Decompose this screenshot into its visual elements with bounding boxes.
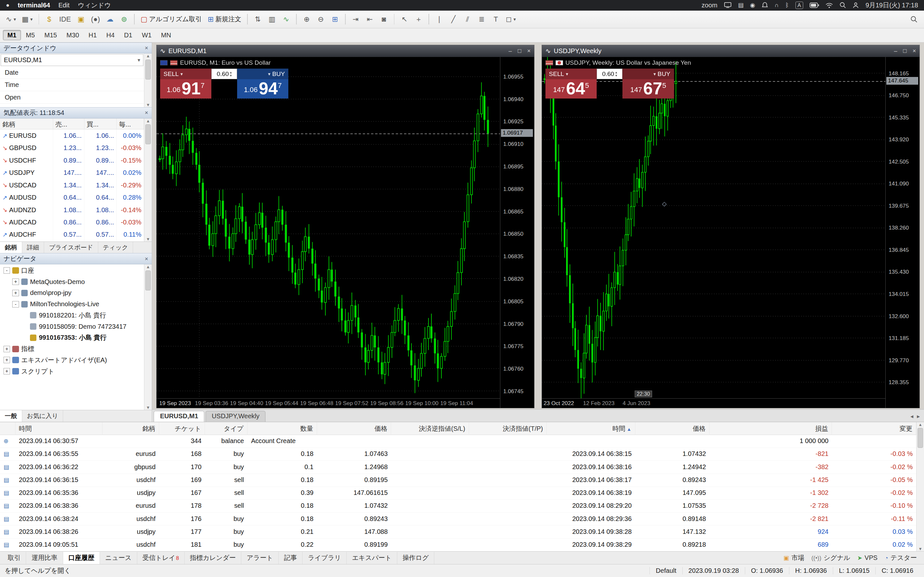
- search-icon[interactable]: [840, 2, 846, 8]
- navigator-item[interactable]: +MetaQuotes-Demo: [0, 276, 144, 287]
- timeframe-h4[interactable]: H4: [102, 30, 119, 40]
- collapse-icon[interactable]: -: [3, 267, 10, 274]
- expand-icon[interactable]: +: [3, 346, 10, 352]
- chart-tab[interactable]: EURUSD,M1: [153, 411, 204, 421]
- text-label-icon[interactable]: T: [489, 13, 502, 26]
- scroll-down-icon[interactable]: ▼: [146, 405, 150, 410]
- data-window-symbol-combo[interactable]: EURUSD,M1 ▾: [1, 54, 143, 66]
- fibonacci-icon[interactable]: ≣: [475, 13, 488, 26]
- market-watch-symbol[interactable]: ↗USDJPY: [0, 167, 53, 179]
- history-column-header[interactable]: 損益: [709, 422, 832, 435]
- timeframe-m30[interactable]: M30: [62, 30, 84, 40]
- market-watch-tab-プライスボード[interactable]: プライスボード: [44, 242, 98, 253]
- maximize-icon[interactable]: □: [903, 47, 906, 55]
- ask-value[interactable]: 0.57...: [84, 229, 117, 241]
- menu-window[interactable]: ウィンドウ: [78, 1, 111, 10]
- app-menu-title[interactable]: terminal64: [18, 2, 50, 9]
- zoom-out-icon[interactable]: ⊖: [315, 13, 327, 26]
- ask-value[interactable]: 0.89...: [84, 154, 117, 166]
- toolbox-tab[interactable]: 運用比率: [26, 552, 63, 564]
- navigator-item[interactable]: -口座: [0, 265, 144, 276]
- navigator-scrollbar[interactable]: ▲ ▼: [144, 264, 152, 410]
- market-watch-tab-詳細[interactable]: 詳細: [22, 242, 44, 253]
- navigator-item[interactable]: +スクリプト: [0, 366, 144, 377]
- chart-shift-icon[interactable]: ⇤: [363, 13, 376, 26]
- menu-edit[interactable]: Edit: [58, 2, 69, 9]
- zoom-app-label[interactable]: zoom: [701, 2, 717, 9]
- market-watch-column-header[interactable]: 売...: [53, 118, 84, 130]
- scroll-thumb[interactable]: [145, 124, 150, 144]
- ask-value[interactable]: 0.86...: [84, 216, 117, 228]
- trendline-icon[interactable]: ╱: [447, 13, 460, 26]
- toolbox-tab[interactable]: 受信トレイ8: [137, 552, 184, 564]
- history-column-header[interactable]: [0, 422, 16, 435]
- market-watch-symbol[interactable]: ↘USDCAD: [0, 179, 53, 191]
- market-watch-scrollbar[interactable]: ▲ ▼: [144, 118, 152, 242]
- auto-scroll-icon[interactable]: ⇥: [349, 13, 362, 26]
- timeframe-h1[interactable]: H1: [84, 30, 101, 40]
- wifi-icon[interactable]: [825, 2, 833, 8]
- market-watch-symbol[interactable]: ↗AUDCHF: [0, 229, 53, 241]
- channel-icon[interactable]: ⫽: [461, 13, 474, 26]
- toolbox-tab[interactable]: 口座履歴: [63, 552, 100, 564]
- market-watch-tab-銘柄[interactable]: 銘柄: [0, 242, 22, 253]
- market-watch-symbol[interactable]: ↘GBPUSD: [0, 142, 53, 154]
- bid-value[interactable]: 1.23...: [53, 142, 84, 154]
- navigator-item[interactable]: -MiltonTechnologies-Live: [0, 298, 144, 310]
- ide-button[interactable]: IDE: [57, 13, 73, 26]
- minimize-icon[interactable]: –: [894, 47, 897, 55]
- volume-stepper[interactable]: 0.60 ▴▾: [597, 69, 622, 79]
- new-chart-icon[interactable]: ∿▾: [3, 13, 18, 26]
- timeframe-m5[interactable]: M5: [22, 30, 40, 40]
- screenshot-icon[interactable]: ◙: [377, 13, 390, 26]
- record-icon[interactable]: ◉: [750, 2, 755, 9]
- expand-icon[interactable]: +: [12, 290, 19, 296]
- metaeditor-icon[interactable]: ▣: [74, 13, 87, 26]
- history-column-header[interactable]: 時間 ▲: [547, 422, 635, 435]
- tabs-scroll-left-icon[interactable]: ◂: [911, 413, 913, 420]
- scroll-up-icon[interactable]: ▲: [146, 118, 150, 123]
- bid-value[interactable]: 0.86...: [53, 216, 84, 228]
- history-column-header[interactable]: タイプ: [205, 422, 247, 435]
- ask-value[interactable]: 1.08...: [84, 204, 117, 216]
- close-icon[interactable]: ×: [145, 109, 148, 116]
- close-icon[interactable]: ×: [145, 44, 148, 52]
- close-icon[interactable]: ×: [913, 47, 916, 55]
- toolbox-tab[interactable]: 取引: [2, 552, 26, 564]
- toolbox-tab[interactable]: 指標カレンダー: [184, 552, 242, 564]
- price-scale[interactable]: 148.165146.750145.335143.920142.505141.0…: [885, 57, 919, 408]
- sell-button[interactable]: SELL▾ 147645: [546, 69, 597, 98]
- market-button[interactable]: ▣市場: [783, 553, 804, 562]
- maximize-icon[interactable]: □: [518, 47, 521, 55]
- chart-plot[interactable]: EURUSD, M1: Euro vs US Dollar SELL▾ 1.06…: [157, 57, 500, 399]
- toolbox-tab[interactable]: ライブラリ: [302, 552, 347, 564]
- cursor-icon[interactable]: ↖: [398, 13, 411, 26]
- price-scale[interactable]: 1.069551.069401.069251.069101.068951.068…: [500, 57, 534, 408]
- history-column-header[interactable]: 価格: [635, 422, 709, 435]
- navigator-item[interactable]: +demo\prop-jpy: [0, 287, 144, 299]
- data-window-scrollbar[interactable]: ▲ ▼: [144, 53, 152, 107]
- history-column-header[interactable]: 決済逆指値(S/L): [391, 422, 469, 435]
- minimize-icon[interactable]: –: [509, 47, 512, 55]
- market-watch-symbol[interactable]: ↘USDCHF: [0, 154, 53, 166]
- navigator-tab-一般[interactable]: 一般: [0, 410, 22, 422]
- navigator-item[interactable]: 9910167353: 小島 貴行: [0, 332, 144, 343]
- tester-button[interactable]: ◔テスター: [885, 553, 917, 562]
- community-icon[interactable]: ⊚: [118, 13, 131, 26]
- ask-value[interactable]: 0.64...: [84, 191, 117, 203]
- navigator-item[interactable]: +エキスパートアドバイザ(EA): [0, 355, 144, 366]
- time-axis[interactable]: 23 Oct 202212 Feb 20234 Jun 2023: [542, 398, 885, 408]
- chart-plot[interactable]: USDJPY, Weekly: US Dollar vs Japanese Ye…: [542, 57, 885, 399]
- scroll-thumb[interactable]: [145, 271, 150, 290]
- market-watch-symbol[interactable]: ↘AUDCAD: [0, 216, 53, 228]
- sort-icon[interactable]: ⇅: [251, 13, 264, 26]
- expand-icon[interactable]: +: [12, 279, 19, 285]
- tabs-scroll-right-icon[interactable]: ▸: [917, 413, 920, 420]
- scroll-thumb[interactable]: [918, 428, 923, 448]
- toolbox-tab[interactable]: アラート: [241, 552, 279, 564]
- bid-value[interactable]: 0.57...: [53, 229, 84, 241]
- bid-value[interactable]: 0.64...: [53, 191, 84, 203]
- ask-value[interactable]: 1.23...: [84, 142, 117, 154]
- navigator-tab-お気に入り[interactable]: お気に入り: [22, 410, 63, 422]
- ask-value[interactable]: 147....: [84, 167, 117, 179]
